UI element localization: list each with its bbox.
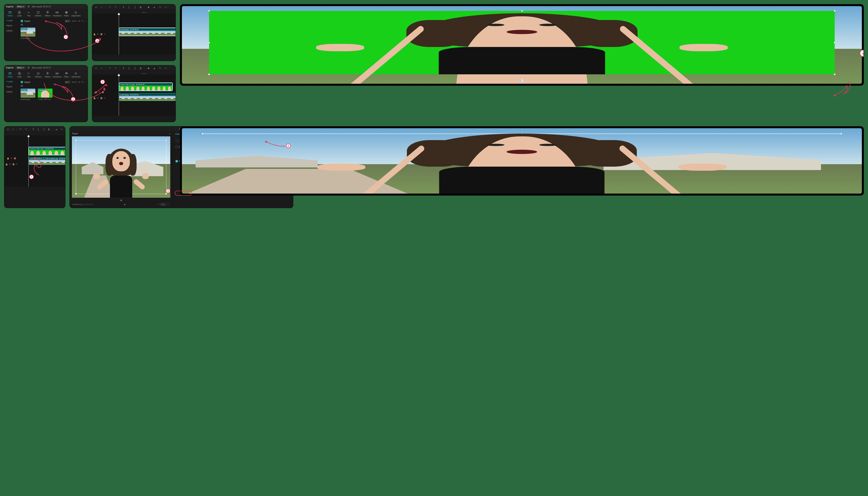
timeline-clip-spacejoy[interactable]: spacejoy-9M66C_w_ToM-unsplash.jpg00:00:0… (29, 157, 65, 165)
nav-filters[interactable]: Filters (62, 10, 71, 18)
import-button[interactable]: + Import (21, 20, 30, 22)
quality-icon[interactable]: ✺ (72, 199, 170, 202)
nav-filters[interactable]: Filters (62, 71, 71, 79)
search-icon[interactable]: ⌕ (85, 81, 86, 83)
crop-icon[interactable]: ✂ (60, 127, 63, 131)
trim-right-icon[interactable]: ⎦ (133, 66, 137, 70)
trim-right-icon[interactable]: ⎦ (133, 5, 137, 9)
search-icon[interactable]: ⌕ (85, 20, 86, 22)
undo-icon[interactable]: ↶ (19, 127, 22, 131)
sidebar-local[interactable]: • Local (4, 18, 18, 23)
track-controls-1[interactable]: 🔒👁🔇 (95, 91, 104, 93)
nav-effects[interactable]: Effects (43, 71, 52, 79)
crop-icon[interactable]: ✂ (164, 5, 168, 9)
view-toggle[interactable]: ▦ ☰ (64, 20, 71, 22)
undo-icon[interactable]: ↶ (108, 5, 111, 9)
split-icon[interactable]: Ⅱ (32, 127, 35, 131)
media-thumb-property[interactable]: Added property.jpg (21, 89, 35, 100)
delete-icon[interactable]: 🗑 (47, 127, 51, 131)
nav-adjustment[interactable]: Adjustment (71, 10, 80, 18)
filter-all[interactable]: All (78, 81, 80, 83)
nav-audio[interactable]: Audio (15, 10, 24, 18)
mirror-icon[interactable]: ▲ (152, 5, 156, 9)
trim-left-icon[interactable]: ⎣ (37, 127, 40, 131)
sidebar-import[interactable]: Import (4, 84, 18, 89)
timeline-clip-summer[interactable]: summer video.mp400:00:05:00 (29, 147, 65, 155)
playhead[interactable] (119, 75, 119, 115)
sidebar-library[interactable]: Library (4, 28, 18, 33)
playhead[interactable] (119, 14, 119, 55)
rotate-handle[interactable] (520, 79, 524, 83)
nav-effects[interactable]: Effects (43, 10, 52, 18)
track-controls[interactable]: 🔒👁🔇✎ (93, 33, 105, 35)
filter-all[interactable]: All (78, 20, 80, 22)
auto-cutout-checkbox[interactable]: ✓ (176, 160, 178, 162)
tab-video[interactable]: Video (175, 133, 180, 136)
track-controls-2[interactable]: 🔒👁🔇✎ (93, 97, 105, 99)
preview-canvas[interactable] (72, 136, 170, 198)
ratio-selector[interactable]: Ratio (160, 203, 167, 206)
sidebar-local[interactable]: • Local (4, 79, 18, 84)
text-size-icon[interactable]: Tᴛ (81, 81, 84, 83)
timeline-ruler[interactable]: 100:02 100:04 (92, 71, 176, 75)
rotate-icon[interactable]: ↻ (158, 66, 162, 70)
player-menu-icon[interactable]: ≡ (169, 133, 170, 135)
sort-button[interactable]: Sort ▾ (72, 81, 77, 83)
sidebar-library[interactable]: Library (4, 89, 18, 94)
rotate-icon[interactable]: ↻ (158, 5, 162, 9)
timeline-clip-property[interactable]: property.jpg00:00:05:00 (119, 93, 176, 101)
split-icon[interactable]: Ⅱ (122, 5, 125, 9)
timeline-ruler[interactable] (4, 132, 65, 136)
chroma-key-checkbox[interactable] (176, 146, 178, 148)
nav-media[interactable]: Media (5, 71, 15, 79)
view-toggle[interactable]: ▦ ☰ (64, 81, 71, 83)
sidebar-import[interactable]: Import (4, 23, 18, 28)
nav-stickers[interactable]: Stickers (34, 10, 43, 18)
delete-icon[interactable]: 🗑 (139, 66, 143, 70)
track-controls-1[interactable]: 🔒👁🔇 (7, 157, 16, 159)
pointer-tool-icon[interactable]: ▭ (6, 127, 10, 131)
fullscreen-icon[interactable]: ⛶ (168, 203, 170, 205)
pointer-tool-icon[interactable]: ▭ (94, 66, 98, 70)
scale-fit-icon[interactable]: ⤢ (157, 203, 159, 205)
media-thumb-property[interactable]: Added property.jpg (21, 28, 35, 39)
record-icon[interactable]: ◉ (147, 66, 150, 70)
sort-button[interactable]: Sort ▾ (72, 20, 77, 22)
nav-stickers[interactable]: Stickers (34, 71, 43, 79)
nav-transitions[interactable]: Transitions (53, 71, 61, 79)
nav-text[interactable]: TIText (24, 71, 33, 79)
mirror-icon[interactable]: ▲ (55, 127, 58, 131)
nav-adjustment[interactable]: Adjustment (71, 71, 80, 79)
mirror-icon[interactable]: ▲ (152, 66, 156, 70)
text-size-icon[interactable]: Tᴛ (81, 20, 84, 22)
redo-icon[interactable]: ↷ (114, 5, 117, 9)
timeline-clip-frame[interactable]: Frame 7967 (1).png00:00:04:28 (119, 83, 172, 91)
crop-icon[interactable]: ✂ (164, 66, 168, 70)
select-tool-icon[interactable]: ⌖ (100, 5, 104, 9)
select-tool-icon[interactable]: ⌖ (100, 66, 104, 70)
trim-right-icon[interactable]: ⎦ (42, 127, 45, 131)
nav-text[interactable]: TIText (24, 10, 33, 18)
import-button[interactable]: +Import (21, 81, 30, 83)
split-icon[interactable]: Ⅱ (122, 66, 125, 70)
pointer-tool-icon[interactable]: ▭ (94, 5, 98, 9)
select-tool-icon[interactable]: ⌖ (12, 127, 15, 131)
redo-icon[interactable]: ↷ (24, 127, 28, 131)
trim-left-icon[interactable]: ⎣ (127, 66, 131, 70)
track-controls-2[interactable]: 🔒👁🔇✎ (5, 163, 18, 166)
menu-button[interactable]: Menu▾ (16, 66, 26, 69)
menu-button[interactable]: Menu ▾ (16, 5, 26, 8)
delete-icon[interactable]: 🗑 (139, 5, 143, 9)
nav-transitions[interactable]: Transitions (53, 10, 61, 18)
play-button[interactable]: ▶ (93, 203, 157, 205)
redo-icon[interactable]: ↷ (114, 66, 117, 70)
undo-icon[interactable]: ↶ (108, 66, 111, 70)
trim-left-icon[interactable]: ⎣ (127, 5, 131, 9)
nav-audio[interactable]: Audio (15, 71, 24, 79)
record-icon[interactable]: ◉ (147, 5, 150, 9)
nav-media[interactable]: Media (5, 10, 15, 18)
timeline-ruler[interactable]: 100:02 100:04 (92, 10, 176, 14)
media-thumb-frame[interactable]: Added Frame 7967 (1).png (38, 89, 53, 100)
timeline-clip-property[interactable]: property.jpg00:00:05:00 (119, 28, 176, 36)
playhead[interactable] (28, 136, 29, 187)
